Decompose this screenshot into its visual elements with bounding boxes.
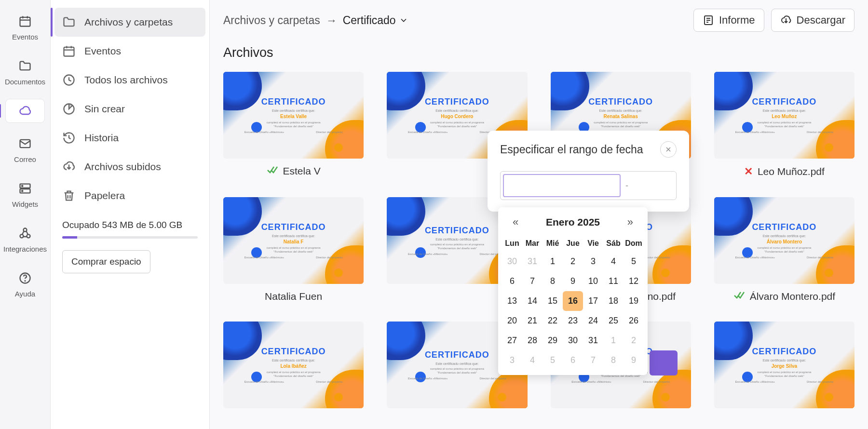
calendar-day[interactable]: 10 xyxy=(583,271,603,291)
calendar-day[interactable]: 12 xyxy=(624,271,644,291)
calendar-day[interactable]: 6 xyxy=(563,350,583,370)
calendar-day[interactable]: 7 xyxy=(583,350,603,370)
sidebar-item-label: Archivos y carpetas xyxy=(84,16,173,28)
calendar-dow: Jue xyxy=(563,235,583,252)
file-card[interactable]: CERTIFICADO Este certificado certifica q… xyxy=(223,322,364,408)
calendar-day[interactable]: 4 xyxy=(603,252,624,271)
calendar-day[interactable]: 25 xyxy=(603,311,624,331)
calendar-day[interactable]: 8 xyxy=(603,350,624,370)
breadcrumb-root[interactable]: Archivos y carpetas xyxy=(223,14,320,27)
calendar-day[interactable]: 23 xyxy=(563,311,583,331)
breadcrumb: Archivos y carpetas → Certificado xyxy=(223,14,408,27)
svg-point-13 xyxy=(25,281,25,281)
sidebar-item[interactable]: Todos los archivos xyxy=(51,66,209,94)
calendar-day[interactable]: 2 xyxy=(563,252,583,271)
rail-item-mail[interactable]: Correo xyxy=(6,132,44,167)
calendar-day[interactable]: 28 xyxy=(522,331,542,350)
calendar-day[interactable]: 3 xyxy=(583,252,603,271)
file-card[interactable]: CERTIFICADO Este certificado certifica q… xyxy=(223,72,364,178)
calendar-day[interactable]: 24 xyxy=(583,311,603,331)
calendar-day[interactable]: 8 xyxy=(542,271,563,291)
file-name: Estela V xyxy=(223,165,364,177)
calendar-prev-button[interactable]: « xyxy=(509,214,522,230)
file-thumbnail: CERTIFICADO Este certificado certifica q… xyxy=(714,197,854,284)
report-icon xyxy=(703,14,714,26)
date-start-input[interactable] xyxy=(503,174,621,197)
rail-item-server[interactable]: Widgets xyxy=(6,177,44,212)
calendar-month-label: Enero 2025 xyxy=(546,216,600,228)
sidebar-item[interactable]: Archivos subidos xyxy=(51,152,209,181)
calendar-dow: Vie xyxy=(583,235,603,252)
sidebar-item[interactable]: Papelera xyxy=(51,181,209,210)
calendar-day[interactable]: 17 xyxy=(583,291,603,311)
rail-item-calendar[interactable]: Eventos xyxy=(6,10,44,45)
sidebar-item[interactable]: Eventos xyxy=(51,37,209,66)
calendar-day[interactable]: 3 xyxy=(502,350,522,370)
rail-item-folder[interactable]: Documentos xyxy=(6,54,44,90)
file-card[interactable]: CERTIFICADO Este certificado certifica q… xyxy=(714,322,854,408)
sidebar-item-label: Archivos subidos xyxy=(84,161,161,173)
file-card[interactable]: CERTIFICADO Este certificado certifica q… xyxy=(714,197,854,302)
calendar-day[interactable]: 18 xyxy=(603,291,624,311)
sidebar-item[interactable]: Historia xyxy=(51,123,209,152)
help-icon xyxy=(18,271,32,285)
sidebar-item[interactable]: Archivos y carpetas xyxy=(54,8,205,37)
apply-button[interactable] xyxy=(650,350,678,375)
calendar-day[interactable]: 20 xyxy=(502,311,522,331)
arrow-icon: → xyxy=(326,14,337,27)
calendar-day[interactable]: 2 xyxy=(624,331,644,350)
calendar-day[interactable]: 26 xyxy=(624,311,644,331)
calendar-day[interactable]: 4 xyxy=(522,350,542,370)
calendar-day[interactable]: 21 xyxy=(522,311,542,331)
clock-icon xyxy=(62,73,76,87)
rail-item-cloud[interactable] xyxy=(6,99,44,122)
server-icon xyxy=(18,182,32,195)
calendar-day[interactable]: 5 xyxy=(542,350,563,370)
download-button[interactable]: Descargar xyxy=(771,9,854,32)
report-button[interactable]: Informe xyxy=(693,9,764,32)
calendar-day[interactable]: 9 xyxy=(563,271,583,291)
rail-item-webhook[interactable]: Integraciones xyxy=(6,222,44,257)
calendar-day[interactable]: 30 xyxy=(502,252,522,271)
calendar-day[interactable]: 31 xyxy=(522,252,542,271)
calendar-day[interactable]: 15 xyxy=(542,291,563,311)
file-card[interactable]: CERTIFICADO Este certificado certifica q… xyxy=(223,197,364,302)
breadcrumb-current[interactable]: Certificado xyxy=(343,14,408,27)
file-name: ✕Leo Muñoz.pdf xyxy=(714,165,854,178)
calendar-day[interactable]: 16 xyxy=(563,291,583,311)
calendar-day[interactable]: 9 xyxy=(624,350,644,370)
topbar: Archivos y carpetas → Certificado Inform… xyxy=(223,9,854,32)
calendar-next-button[interactable]: » xyxy=(624,214,637,230)
file-card[interactable]: CERTIFICADO Este certificado certifica q… xyxy=(714,72,854,178)
calendar-day[interactable]: 19 xyxy=(624,291,644,311)
calendar-day[interactable]: 27 xyxy=(502,331,522,350)
calendar-day[interactable]: 22 xyxy=(542,311,563,331)
file-thumbnail: CERTIFICADO Este certificado certifica q… xyxy=(223,72,364,159)
calendar-day[interactable]: 14 xyxy=(522,291,542,311)
piechart-icon xyxy=(62,102,76,116)
file-thumbnail: CERTIFICADO Este certificado certifica q… xyxy=(714,72,854,159)
calendar-day[interactable]: 29 xyxy=(542,331,563,350)
calendar-day[interactable]: 31 xyxy=(583,331,603,350)
calendar-dow: Sáb xyxy=(603,235,624,252)
calendar-day[interactable]: 30 xyxy=(563,331,583,350)
sidebar-item-label: Sin crear xyxy=(84,103,125,115)
storage-info: Ocupado 543 MB de 5.00 GB Comprar espaci… xyxy=(51,220,209,273)
rail-item-help[interactable]: Ayuda xyxy=(6,267,44,302)
check-icon xyxy=(267,165,278,177)
trash-icon xyxy=(62,189,76,202)
calendar-day[interactable]: 5 xyxy=(624,252,644,271)
date-end-input[interactable] xyxy=(633,180,674,191)
webhook-icon xyxy=(18,227,32,240)
buy-space-button[interactable]: Comprar espacio xyxy=(62,250,150,273)
calendar-day[interactable]: 6 xyxy=(502,271,522,291)
file-thumbnail: CERTIFICADO Este certificado certifica q… xyxy=(223,322,364,408)
modal-close-button[interactable] xyxy=(660,141,677,158)
calendar-day[interactable]: 13 xyxy=(502,291,522,311)
sidebar-item[interactable]: Sin crear xyxy=(51,94,209,123)
calendar-dow: Lun xyxy=(502,235,522,252)
calendar-day[interactable]: 1 xyxy=(603,331,624,350)
calendar-day[interactable]: 1 xyxy=(542,252,563,271)
calendar-day[interactable]: 11 xyxy=(603,271,624,291)
calendar-day[interactable]: 7 xyxy=(522,271,542,291)
